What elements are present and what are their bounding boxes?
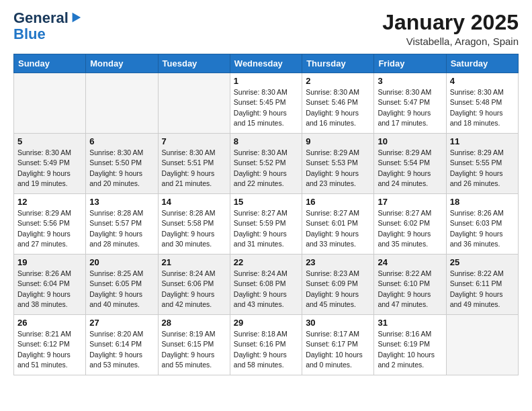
day-number: 18 (450, 197, 515, 207)
table-row: 26Sunrise: 8:21 AM Sunset: 6:12 PM Dayli… (14, 315, 86, 375)
day-info: Sunrise: 8:29 AM Sunset: 5:55 PM Dayligh… (450, 148, 515, 189)
table-row (14, 73, 86, 134)
table-row: 29Sunrise: 8:18 AM Sunset: 6:16 PM Dayli… (230, 315, 302, 375)
calendar-table: Sunday Monday Tuesday Wednesday Thursday… (13, 54, 519, 375)
header: General Blue January 2025 Vistabella, Ar… (13, 11, 519, 47)
day-number: 14 (162, 197, 226, 207)
day-info: Sunrise: 8:18 AM Sunset: 6:16 PM Dayligh… (234, 329, 298, 370)
day-info: Sunrise: 8:27 AM Sunset: 6:02 PM Dayligh… (378, 208, 442, 249)
table-row: 24Sunrise: 8:22 AM Sunset: 6:10 PM Dayli… (374, 255, 446, 315)
day-info: Sunrise: 8:30 AM Sunset: 5:47 PM Dayligh… (378, 87, 442, 128)
day-info: Sunrise: 8:29 AM Sunset: 5:56 PM Dayligh… (17, 208, 82, 249)
day-info: Sunrise: 8:25 AM Sunset: 6:05 PM Dayligh… (89, 269, 154, 310)
header-sunday: Sunday (14, 54, 86, 73)
header-wednesday: Wednesday (230, 54, 302, 73)
header-friday: Friday (374, 54, 446, 73)
table-row: 8Sunrise: 8:30 AM Sunset: 5:52 PM Daylig… (230, 134, 302, 194)
day-info: Sunrise: 8:16 AM Sunset: 6:19 PM Dayligh… (378, 329, 442, 370)
header-saturday: Saturday (446, 54, 518, 73)
header-monday: Monday (86, 54, 158, 73)
calendar-week-row: 12Sunrise: 8:29 AM Sunset: 5:56 PM Dayli… (14, 194, 519, 255)
day-number: 24 (378, 257, 442, 267)
day-number: 31 (378, 318, 442, 328)
day-info: Sunrise: 8:21 AM Sunset: 6:12 PM Dayligh… (17, 329, 82, 370)
day-info: Sunrise: 8:22 AM Sunset: 6:10 PM Dayligh… (378, 269, 442, 310)
logo: General Blue (13, 11, 82, 43)
table-row: 31Sunrise: 8:16 AM Sunset: 6:19 PM Dayli… (374, 315, 446, 375)
day-number: 21 (162, 257, 226, 267)
day-number: 11 (450, 136, 515, 146)
day-number: 29 (234, 318, 298, 328)
table-row: 9Sunrise: 8:29 AM Sunset: 5:53 PM Daylig… (302, 134, 374, 194)
table-row: 10Sunrise: 8:29 AM Sunset: 5:54 PM Dayli… (374, 134, 446, 194)
day-number: 16 (306, 197, 370, 207)
day-number: 30 (306, 318, 370, 328)
day-number: 19 (17, 257, 82, 267)
weekday-header-row: Sunday Monday Tuesday Wednesday Thursday… (14, 54, 519, 73)
logo-general-text: General (13, 11, 69, 26)
day-number: 27 (89, 318, 154, 328)
day-info: Sunrise: 8:28 AM Sunset: 5:57 PM Dayligh… (89, 208, 154, 249)
calendar-week-row: 19Sunrise: 8:26 AM Sunset: 6:04 PM Dayli… (14, 255, 519, 315)
table-row: 12Sunrise: 8:29 AM Sunset: 5:56 PM Dayli… (14, 194, 86, 255)
day-info: Sunrise: 8:30 AM Sunset: 5:48 PM Dayligh… (450, 87, 515, 128)
day-info: Sunrise: 8:30 AM Sunset: 5:45 PM Dayligh… (234, 87, 298, 128)
table-row: 5Sunrise: 8:30 AM Sunset: 5:49 PM Daylig… (14, 134, 86, 194)
month-title: January 2025 (382, 11, 519, 34)
day-number: 1 (234, 76, 298, 86)
day-info: Sunrise: 8:29 AM Sunset: 5:53 PM Dayligh… (306, 148, 370, 189)
day-info: Sunrise: 8:17 AM Sunset: 6:17 PM Dayligh… (306, 329, 370, 370)
calendar-week-row: 5Sunrise: 8:30 AM Sunset: 5:49 PM Daylig… (14, 134, 519, 194)
day-number: 3 (378, 76, 442, 86)
location-title: Vistabella, Aragon, Spain (382, 36, 519, 47)
day-info: Sunrise: 8:30 AM Sunset: 5:46 PM Dayligh… (306, 87, 370, 128)
day-number: 5 (17, 136, 82, 146)
table-row (158, 73, 230, 134)
day-info: Sunrise: 8:19 AM Sunset: 6:15 PM Dayligh… (162, 329, 226, 370)
day-info: Sunrise: 8:24 AM Sunset: 6:08 PM Dayligh… (234, 269, 298, 310)
day-info: Sunrise: 8:28 AM Sunset: 5:58 PM Dayligh… (162, 208, 226, 249)
day-number: 20 (89, 257, 154, 267)
day-info: Sunrise: 8:29 AM Sunset: 5:54 PM Dayligh… (378, 148, 442, 189)
table-row (86, 73, 158, 134)
table-row: 19Sunrise: 8:26 AM Sunset: 6:04 PM Dayli… (14, 255, 86, 315)
table-row: 14Sunrise: 8:28 AM Sunset: 5:58 PM Dayli… (158, 194, 230, 255)
logo-blue-text: Blue (13, 26, 46, 42)
day-info: Sunrise: 8:24 AM Sunset: 6:06 PM Dayligh… (162, 269, 226, 310)
day-info: Sunrise: 8:23 AM Sunset: 6:09 PM Dayligh… (306, 269, 370, 310)
table-row: 22Sunrise: 8:24 AM Sunset: 6:08 PM Dayli… (230, 255, 302, 315)
svg-marker-0 (73, 13, 81, 22)
calendar-week-row: 1Sunrise: 8:30 AM Sunset: 5:45 PM Daylig… (14, 73, 519, 134)
table-row: 1Sunrise: 8:30 AM Sunset: 5:45 PM Daylig… (230, 73, 302, 134)
day-info: Sunrise: 8:27 AM Sunset: 6:01 PM Dayligh… (306, 208, 370, 249)
day-info: Sunrise: 8:30 AM Sunset: 5:51 PM Dayligh… (162, 148, 226, 189)
table-row: 15Sunrise: 8:27 AM Sunset: 5:59 PM Dayli… (230, 194, 302, 255)
day-number: 15 (234, 197, 298, 207)
table-row: 11Sunrise: 8:29 AM Sunset: 5:55 PM Dayli… (446, 134, 518, 194)
table-row: 30Sunrise: 8:17 AM Sunset: 6:17 PM Dayli… (302, 315, 374, 375)
day-number: 8 (234, 136, 298, 146)
table-row (446, 315, 518, 375)
day-number: 10 (378, 136, 442, 146)
table-row: 3Sunrise: 8:30 AM Sunset: 5:47 PM Daylig… (374, 73, 446, 134)
day-number: 12 (17, 197, 82, 207)
table-row: 2Sunrise: 8:30 AM Sunset: 5:46 PM Daylig… (302, 73, 374, 134)
table-row: 13Sunrise: 8:28 AM Sunset: 5:57 PM Dayli… (86, 194, 158, 255)
table-row: 16Sunrise: 8:27 AM Sunset: 6:01 PM Dayli… (302, 194, 374, 255)
day-number: 23 (306, 257, 370, 267)
calendar-week-row: 26Sunrise: 8:21 AM Sunset: 6:12 PM Dayli… (14, 315, 519, 375)
day-info: Sunrise: 8:20 AM Sunset: 6:14 PM Dayligh… (89, 329, 154, 370)
day-info: Sunrise: 8:30 AM Sunset: 5:49 PM Dayligh… (17, 148, 82, 189)
table-row: 28Sunrise: 8:19 AM Sunset: 6:15 PM Dayli… (158, 315, 230, 375)
day-info: Sunrise: 8:22 AM Sunset: 6:11 PM Dayligh… (450, 269, 515, 310)
day-number: 9 (306, 136, 370, 146)
table-row: 17Sunrise: 8:27 AM Sunset: 6:02 PM Dayli… (374, 194, 446, 255)
table-row: 6Sunrise: 8:30 AM Sunset: 5:50 PM Daylig… (86, 134, 158, 194)
table-row: 23Sunrise: 8:23 AM Sunset: 6:09 PM Dayli… (302, 255, 374, 315)
day-number: 2 (306, 76, 370, 86)
title-block: January 2025 Vistabella, Aragon, Spain (382, 11, 519, 47)
day-number: 26 (17, 318, 82, 328)
table-row: 7Sunrise: 8:30 AM Sunset: 5:51 PM Daylig… (158, 134, 230, 194)
table-row: 21Sunrise: 8:24 AM Sunset: 6:06 PM Dayli… (158, 255, 230, 315)
table-row: 20Sunrise: 8:25 AM Sunset: 6:05 PM Dayli… (86, 255, 158, 315)
